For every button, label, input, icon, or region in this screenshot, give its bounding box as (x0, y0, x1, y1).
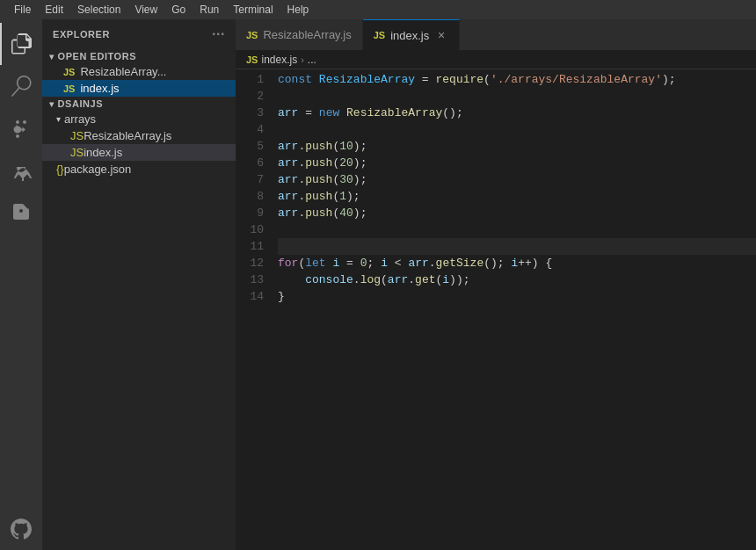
menu-help[interactable]: Help (280, 0, 316, 19)
index-js-filename: index.js (84, 146, 122, 159)
open-editor-index-name: index.js (80, 82, 119, 95)
arrays-folder-name: arrays (64, 112, 96, 126)
sidebar-title: Explorer (53, 29, 110, 40)
run-debug-icon[interactable] (0, 149, 42, 192)
source-control-icon[interactable] (0, 107, 42, 149)
tab-index-js-label: index.js (390, 29, 429, 42)
tab-resizable-array-label: ResizableArray.js (263, 28, 351, 41)
code-line-5: arr.push(10); (278, 138, 756, 155)
json-icon: {} (56, 163, 64, 176)
package-json-file[interactable]: {} package.json (42, 161, 236, 177)
code-line-9: arr.push(40); (278, 205, 756, 221)
code-line-13: console.log(arr.get(i)); (278, 271, 756, 288)
code-line-4 (278, 121, 756, 138)
explorer-icon[interactable] (0, 23, 42, 65)
code-line-1: const ResizableArray = require('./arrays… (278, 71, 756, 88)
menu-terminal[interactable]: Terminal (226, 0, 280, 19)
main-layout: Explorer ··· ▾ OPEN EDITORS JS Resizable… (0, 19, 756, 550)
breadcrumb: JS index.js › ... (236, 50, 756, 69)
editor-area: JS ResizableArray.js JS index.js × JS in… (236, 19, 756, 550)
js-file-icon: JS (63, 67, 75, 77)
resizable-array-filename: ResizableArray.js (84, 129, 171, 142)
tab-resizable-array[interactable]: JS ResizableArray.js (236, 19, 363, 50)
code-line-2 (278, 88, 756, 105)
index-js-file[interactable]: JS index.js (42, 144, 236, 161)
search-icon[interactable] (0, 65, 42, 107)
menu-view[interactable]: View (127, 0, 164, 19)
resizable-array-file[interactable]: JS ResizableArray.js (42, 127, 236, 144)
breadcrumb-context: ... (308, 54, 316, 66)
activity-bar (0, 19, 42, 550)
menu-run[interactable]: Run (193, 0, 226, 19)
tab-index-js[interactable]: JS index.js × (363, 19, 461, 50)
breadcrumb-separator: › (301, 54, 304, 65)
github-icon[interactable] (0, 508, 42, 550)
chevron-icon-2: ▾ (49, 99, 55, 109)
js-file-icon-2: JS (63, 83, 75, 94)
tab-js-icon-1: JS (246, 30, 258, 40)
code-content[interactable]: const ResizableArray = require('./arrays… (271, 69, 756, 550)
menu-file[interactable]: File (7, 0, 38, 19)
breadcrumb-js-icon: JS (246, 54, 258, 65)
code-line-12: for(let i = 0; i < arr.getSize(); i++) { (278, 255, 756, 271)
dsainjs-label: DSAINJS (58, 98, 104, 109)
chevron-icon: ▾ (49, 52, 55, 62)
menu-edit[interactable]: Edit (38, 0, 70, 19)
sidebar: Explorer ··· ▾ OPEN EDITORS JS Resizable… (42, 19, 236, 550)
code-line-11 (278, 238, 756, 255)
package-json-filename: package.json (64, 163, 132, 176)
line-numbers: 1 2 3 4 5 6 7 8 9 10 11 12 13 14 (236, 69, 271, 550)
code-line-8: arr.push(1); (278, 188, 756, 205)
code-line-14: } (278, 288, 756, 305)
folder-chevron: ▾ (56, 114, 61, 124)
open-editors-label: OPEN EDITORS (58, 51, 137, 62)
arrays-folder[interactable]: ▾ arrays (42, 111, 236, 127)
open-editor-resizable-name: ResizableArray... (80, 65, 166, 78)
dsainjs-section: ▾ DSAINJS ▾ arrays JS ResizableArray.js … (42, 97, 236, 177)
code-line-7: arr.push(30); (278, 171, 756, 188)
js-icon-4: JS (70, 146, 84, 159)
open-editor-resizable[interactable]: JS ResizableArray... (42, 63, 236, 80)
tab-bar: JS ResizableArray.js JS index.js × (236, 19, 756, 50)
code-line-3: arr = new ResizableArray(); (278, 105, 756, 121)
open-editors-header[interactable]: ▾ OPEN EDITORS (42, 49, 236, 63)
code-editor[interactable]: 1 2 3 4 5 6 7 8 9 10 11 12 13 14 const R… (236, 69, 756, 550)
sidebar-header: Explorer ··· (42, 19, 236, 49)
tab-close-button[interactable]: × (434, 28, 448, 42)
open-editors-section: ▾ OPEN EDITORS JS ResizableArray... JS i… (42, 49, 236, 97)
breadcrumb-file: index.js (261, 54, 297, 66)
js-icon-3: JS (70, 129, 84, 142)
code-line-10 (278, 221, 756, 238)
tab-js-icon-2: JS (374, 30, 385, 40)
open-editor-index[interactable]: JS index.js (42, 80, 236, 97)
sidebar-actions[interactable]: ··· (212, 26, 225, 42)
menu-go[interactable]: Go (164, 0, 193, 19)
dsainjs-header[interactable]: ▾ DSAINJS (42, 97, 236, 111)
menu-bar: File Edit Selection View Go Run Terminal… (0, 0, 756, 19)
extensions-icon[interactable] (0, 192, 42, 234)
code-line-6: arr.push(20); (278, 155, 756, 171)
menu-selection[interactable]: Selection (70, 0, 127, 19)
